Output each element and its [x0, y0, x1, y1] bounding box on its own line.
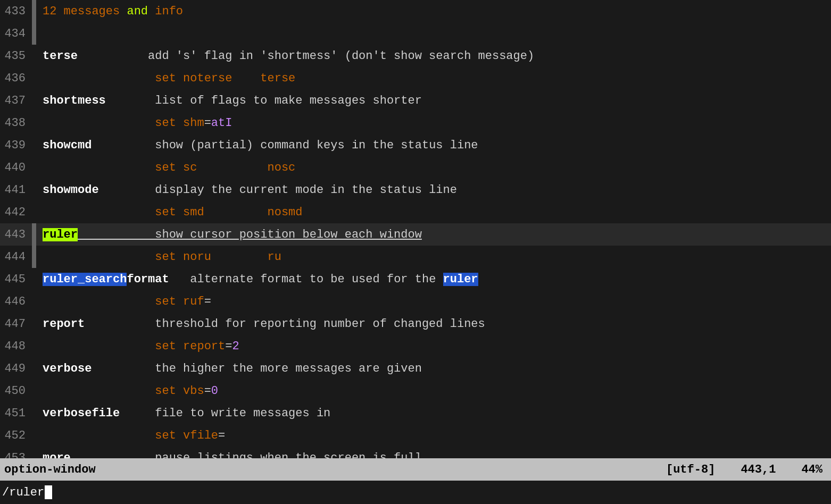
line-number: 435 — [0, 49, 32, 63]
line-gutter — [32, 357, 36, 380]
line-gutter — [32, 402, 36, 424]
status-percent: 44% — [801, 463, 822, 476]
cmd-cursor — [45, 485, 52, 499]
line-gutter — [32, 290, 36, 313]
line-content: shortmess list of flags to make messages… — [40, 94, 831, 107]
line-number: 436 — [0, 72, 32, 85]
line-content: set vfile= — [40, 429, 831, 442]
line-gutter — [32, 179, 36, 201]
line-number: 451 — [0, 407, 32, 420]
editor-line-447: 447report threshold for reporting number… — [0, 313, 831, 335]
line-content: 12 messages and info — [40, 5, 831, 18]
line-content: set sc nosc — [40, 161, 831, 174]
editor-line-439: 439showcmd show (partial) command keys i… — [0, 134, 831, 156]
line-gutter — [32, 380, 36, 402]
line-gutter — [32, 112, 36, 134]
line-number: 453 — [0, 451, 32, 459]
command-line[interactable]: /ruler — [0, 481, 831, 504]
line-content: ruler_searchformat alternate format to b… — [40, 273, 831, 286]
content-area: 43312 messages and info434435terse add '… — [0, 0, 831, 458]
line-content: set noterse terse — [40, 72, 831, 85]
line-number: 439 — [0, 139, 32, 152]
line-content: set smd nosmd — [40, 206, 831, 219]
line-number: 446 — [0, 295, 32, 308]
line-gutter — [32, 89, 36, 112]
editor-line-450: 450 set vbs=0 — [0, 380, 831, 402]
line-gutter — [32, 45, 36, 67]
editor-line-446: 446 set ruf= — [0, 290, 831, 313]
line-number: 443 — [0, 228, 32, 241]
line-content: showmode display the current mode in the… — [40, 183, 831, 197]
editor-line-449: 449verbose the higher the more messages … — [0, 357, 831, 380]
editor-line-443: 443ruler show cursor position below each… — [0, 223, 831, 246]
line-content: report threshold for reporting number of… — [40, 317, 831, 331]
line-gutter — [32, 447, 36, 458]
line-gutter — [32, 223, 36, 246]
line-content: set vbs=0 — [40, 384, 831, 398]
editor-line-435: 435terse add 's' flag in 'shortmess' (do… — [0, 45, 831, 67]
line-number: 438 — [0, 116, 32, 130]
line-content: showcmd show (partial) command keys in t… — [40, 139, 831, 152]
status-filename: option-window — [0, 463, 666, 476]
line-content: set shm=atI — [40, 116, 831, 130]
line-number: 445 — [0, 273, 32, 286]
line-gutter — [32, 67, 36, 89]
line-number: 440 — [0, 161, 32, 174]
line-gutter — [32, 313, 36, 335]
editor-line-442: 442 set smd nosmd — [0, 201, 831, 223]
editor-line-448: 448 set report=2 — [0, 335, 831, 357]
editor-line-438: 438 set shm=atI — [0, 112, 831, 134]
editor-line-440: 440 set sc nosc — [0, 156, 831, 179]
line-number: 441 — [0, 183, 32, 197]
line-gutter — [32, 246, 36, 268]
editor-line-433: 43312 messages and info — [0, 0, 831, 22]
cmd-text: /ruler — [2, 486, 44, 499]
line-content: set ruf= — [40, 295, 831, 308]
line-content: more pause listings when the screen is f… — [40, 451, 831, 459]
line-number: 450 — [0, 384, 32, 398]
line-number: 448 — [0, 340, 32, 353]
editor-line-444: 444 set noru ru — [0, 246, 831, 268]
line-gutter — [32, 22, 36, 45]
line-number: 437 — [0, 94, 32, 107]
editor-line-445: 445ruler_searchformat alternate format t… — [0, 268, 831, 290]
line-number: 452 — [0, 429, 32, 442]
line-content: verbosefile file to write messages in — [40, 407, 831, 420]
editor-line-434: 434 — [0, 22, 831, 45]
line-number: 449 — [0, 362, 32, 375]
editor-line-441: 441showmode display the current mode in … — [0, 179, 831, 201]
line-gutter — [32, 0, 36, 22]
line-number: 444 — [0, 250, 32, 264]
line-number: 447 — [0, 317, 32, 331]
line-content: verbose the higher the more messages are… — [40, 362, 831, 375]
status-position: 443,1 — [741, 463, 776, 476]
line-number: 434 — [0, 27, 32, 40]
line-gutter — [32, 424, 36, 447]
line-gutter — [32, 156, 36, 179]
line-gutter — [32, 201, 36, 223]
status-info: [utf-8] 443,1 44% — [666, 463, 831, 476]
editor-line-436: 436 set noterse terse — [0, 67, 831, 89]
editor: 43312 messages and info434435terse add '… — [0, 0, 831, 504]
line-gutter — [32, 134, 36, 156]
editor-line-453: 453more pause listings when the screen i… — [0, 447, 831, 458]
line-content: terse add 's' flag in 'shortmess' (don't… — [40, 49, 831, 63]
line-number: 433 — [0, 5, 32, 18]
editor-line-437: 437shortmess list of flags to make messa… — [0, 89, 831, 112]
line-gutter — [32, 335, 36, 357]
editor-line-451: 451verbosefile file to write messages in — [0, 402, 831, 424]
editor-line-452: 452 set vfile= — [0, 424, 831, 447]
line-number: 442 — [0, 206, 32, 219]
line-gutter — [32, 268, 36, 290]
line-content: set noru ru — [40, 250, 831, 264]
status-bar: option-window [utf-8] 443,1 44% — [0, 458, 831, 481]
line-content: ruler show cursor position below each wi… — [40, 228, 831, 241]
line-content: set report=2 — [40, 340, 831, 353]
status-encoding: [utf-8] — [666, 463, 715, 476]
